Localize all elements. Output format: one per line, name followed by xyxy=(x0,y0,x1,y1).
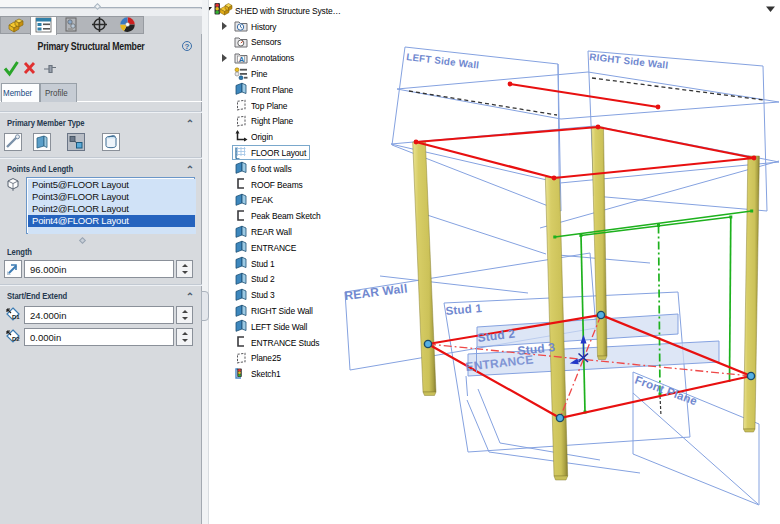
svg-text:D1: D1 xyxy=(12,314,20,320)
svg-text:Stud 1: Stud 1 xyxy=(445,302,483,317)
svg-text:A: A xyxy=(239,55,245,64)
svg-text:D2: D2 xyxy=(12,336,20,342)
